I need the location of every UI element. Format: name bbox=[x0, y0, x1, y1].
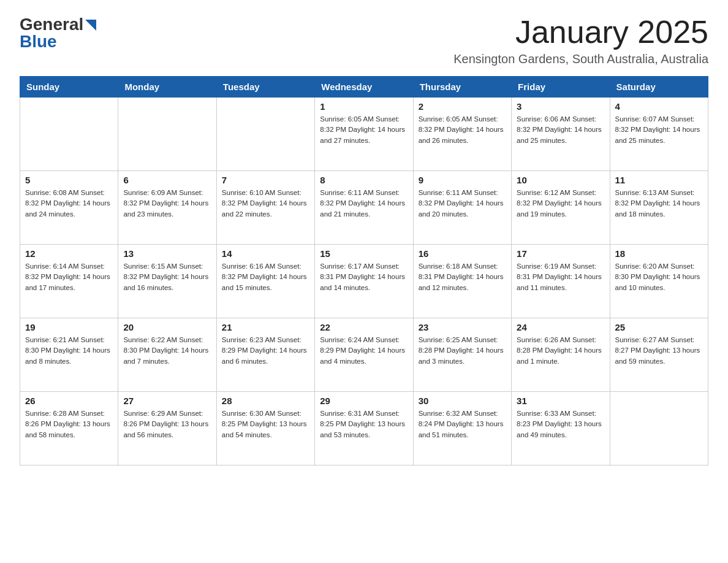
calendar-cell: 30Sunrise: 6:32 AM Sunset: 8:24 PM Dayli… bbox=[413, 392, 511, 465]
calendar-week-row: 19Sunrise: 6:21 AM Sunset: 8:30 PM Dayli… bbox=[20, 318, 708, 392]
header-tuesday: Tuesday bbox=[216, 77, 314, 98]
header-thursday: Thursday bbox=[413, 77, 511, 98]
day-info: Sunrise: 6:07 AM Sunset: 8:32 PM Dayligh… bbox=[615, 114, 703, 146]
calendar-cell: 20Sunrise: 6:22 AM Sunset: 8:30 PM Dayli… bbox=[118, 318, 216, 392]
calendar-cell: 29Sunrise: 6:31 AM Sunset: 8:25 PM Dayli… bbox=[315, 392, 413, 465]
day-number: 30 bbox=[419, 396, 506, 406]
day-info: Sunrise: 6:11 AM Sunset: 8:32 PM Dayligh… bbox=[419, 188, 506, 220]
day-number: 18 bbox=[615, 248, 703, 259]
day-number: 2 bbox=[419, 101, 506, 112]
calendar-cell: 2Sunrise: 6:05 AM Sunset: 8:32 PM Daylig… bbox=[413, 98, 511, 171]
calendar-cell bbox=[118, 98, 216, 171]
day-info: Sunrise: 6:11 AM Sunset: 8:32 PM Dayligh… bbox=[320, 188, 408, 220]
day-info: Sunrise: 6:29 AM Sunset: 8:26 PM Dayligh… bbox=[123, 408, 211, 440]
day-info: Sunrise: 6:14 AM Sunset: 8:32 PM Dayligh… bbox=[25, 261, 113, 293]
day-info: Sunrise: 6:21 AM Sunset: 8:30 PM Dayligh… bbox=[25, 335, 113, 367]
day-info: Sunrise: 6:26 AM Sunset: 8:28 PM Dayligh… bbox=[517, 335, 604, 367]
day-info: Sunrise: 6:24 AM Sunset: 8:29 PM Dayligh… bbox=[320, 335, 408, 367]
calendar-week-row: 26Sunrise: 6:28 AM Sunset: 8:26 PM Dayli… bbox=[20, 392, 708, 465]
day-number: 24 bbox=[517, 322, 604, 332]
calendar-cell bbox=[20, 98, 118, 171]
day-info: Sunrise: 6:12 AM Sunset: 8:32 PM Dayligh… bbox=[517, 188, 604, 220]
day-info: Sunrise: 6:09 AM Sunset: 8:32 PM Dayligh… bbox=[123, 188, 211, 220]
calendar-cell: 22Sunrise: 6:24 AM Sunset: 8:29 PM Dayli… bbox=[315, 318, 413, 392]
header-monday: Monday bbox=[118, 77, 216, 98]
day-number: 1 bbox=[320, 101, 408, 112]
calendar-cell: 10Sunrise: 6:12 AM Sunset: 8:32 PM Dayli… bbox=[512, 171, 610, 245]
day-number: 7 bbox=[222, 175, 309, 185]
calendar-table: Sunday Monday Tuesday Wednesday Thursday… bbox=[20, 76, 708, 465]
calendar-cell: 25Sunrise: 6:27 AM Sunset: 8:27 PM Dayli… bbox=[610, 318, 708, 392]
day-number: 20 bbox=[123, 322, 211, 332]
calendar-cell: 24Sunrise: 6:26 AM Sunset: 8:28 PM Dayli… bbox=[512, 318, 610, 392]
day-number: 8 bbox=[320, 175, 408, 185]
calendar-cell: 17Sunrise: 6:19 AM Sunset: 8:31 PM Dayli… bbox=[512, 245, 610, 318]
day-info: Sunrise: 6:08 AM Sunset: 8:32 PM Dayligh… bbox=[25, 188, 113, 220]
day-number: 9 bbox=[419, 175, 506, 185]
calendar-cell: 5Sunrise: 6:08 AM Sunset: 8:32 PM Daylig… bbox=[20, 171, 118, 245]
calendar-header-row: Sunday Monday Tuesday Wednesday Thursday… bbox=[20, 77, 708, 98]
day-number: 23 bbox=[419, 322, 506, 332]
calendar-cell: 7Sunrise: 6:10 AM Sunset: 8:32 PM Daylig… bbox=[216, 171, 314, 245]
calendar-cell: 26Sunrise: 6:28 AM Sunset: 8:26 PM Dayli… bbox=[20, 392, 118, 465]
calendar-cell: 9Sunrise: 6:11 AM Sunset: 8:32 PM Daylig… bbox=[413, 171, 511, 245]
day-number: 19 bbox=[25, 322, 113, 332]
day-info: Sunrise: 6:27 AM Sunset: 8:27 PM Dayligh… bbox=[615, 335, 703, 367]
calendar-cell bbox=[610, 392, 708, 465]
header-friday: Friday bbox=[512, 77, 610, 98]
header-sunday: Sunday bbox=[20, 77, 118, 98]
day-info: Sunrise: 6:19 AM Sunset: 8:31 PM Dayligh… bbox=[517, 261, 604, 293]
location-subtitle: Kensington Gardens, South Australia, Aus… bbox=[453, 52, 708, 66]
calendar-cell: 27Sunrise: 6:29 AM Sunset: 8:26 PM Dayli… bbox=[118, 392, 216, 465]
calendar-cell: 21Sunrise: 6:23 AM Sunset: 8:29 PM Dayli… bbox=[216, 318, 314, 392]
calendar-cell: 4Sunrise: 6:07 AM Sunset: 8:32 PM Daylig… bbox=[610, 98, 708, 171]
day-info: Sunrise: 6:32 AM Sunset: 8:24 PM Dayligh… bbox=[419, 408, 506, 440]
day-info: Sunrise: 6:16 AM Sunset: 8:32 PM Dayligh… bbox=[222, 261, 309, 293]
day-number: 28 bbox=[222, 396, 309, 406]
day-number: 26 bbox=[25, 396, 113, 406]
day-number: 29 bbox=[320, 396, 408, 406]
page-header: General Blue January 2025 Kensington Gar… bbox=[20, 15, 708, 66]
day-number: 17 bbox=[517, 248, 604, 259]
calendar-cell: 11Sunrise: 6:13 AM Sunset: 8:32 PM Dayli… bbox=[610, 171, 708, 245]
logo: General Blue bbox=[20, 15, 96, 52]
calendar-cell: 28Sunrise: 6:30 AM Sunset: 8:25 PM Dayli… bbox=[216, 392, 314, 465]
day-info: Sunrise: 6:25 AM Sunset: 8:28 PM Dayligh… bbox=[419, 335, 506, 367]
calendar-cell: 6Sunrise: 6:09 AM Sunset: 8:32 PM Daylig… bbox=[118, 171, 216, 245]
day-info: Sunrise: 6:05 AM Sunset: 8:32 PM Dayligh… bbox=[419, 114, 506, 146]
day-number: 4 bbox=[615, 101, 703, 112]
day-info: Sunrise: 6:05 AM Sunset: 8:32 PM Dayligh… bbox=[320, 114, 408, 146]
day-info: Sunrise: 6:17 AM Sunset: 8:31 PM Dayligh… bbox=[320, 261, 408, 293]
day-number: 21 bbox=[222, 322, 309, 332]
day-number: 13 bbox=[123, 248, 211, 259]
day-number: 10 bbox=[517, 175, 604, 185]
day-info: Sunrise: 6:18 AM Sunset: 8:31 PM Dayligh… bbox=[419, 261, 506, 293]
day-info: Sunrise: 6:31 AM Sunset: 8:25 PM Dayligh… bbox=[320, 408, 408, 440]
day-info: Sunrise: 6:22 AM Sunset: 8:30 PM Dayligh… bbox=[123, 335, 211, 367]
day-number: 14 bbox=[222, 248, 309, 259]
header-saturday: Saturday bbox=[610, 77, 708, 98]
calendar-cell: 19Sunrise: 6:21 AM Sunset: 8:30 PM Dayli… bbox=[20, 318, 118, 392]
calendar-cell: 23Sunrise: 6:25 AM Sunset: 8:28 PM Dayli… bbox=[413, 318, 511, 392]
day-info: Sunrise: 6:10 AM Sunset: 8:32 PM Dayligh… bbox=[222, 188, 309, 220]
day-info: Sunrise: 6:33 AM Sunset: 8:23 PM Dayligh… bbox=[517, 408, 604, 440]
day-number: 11 bbox=[615, 175, 703, 185]
logo-blue-text: Blue bbox=[20, 32, 57, 52]
day-info: Sunrise: 6:23 AM Sunset: 8:29 PM Dayligh… bbox=[222, 335, 309, 367]
calendar-week-row: 5Sunrise: 6:08 AM Sunset: 8:32 PM Daylig… bbox=[20, 171, 708, 245]
calendar-week-row: 12Sunrise: 6:14 AM Sunset: 8:32 PM Dayli… bbox=[20, 245, 708, 318]
calendar-cell: 16Sunrise: 6:18 AM Sunset: 8:31 PM Dayli… bbox=[413, 245, 511, 318]
day-number: 22 bbox=[320, 322, 408, 332]
day-number: 6 bbox=[123, 175, 211, 185]
title-section: January 2025 Kensington Gardens, South A… bbox=[453, 15, 708, 66]
day-info: Sunrise: 6:30 AM Sunset: 8:25 PM Dayligh… bbox=[222, 408, 309, 440]
day-info: Sunrise: 6:20 AM Sunset: 8:30 PM Dayligh… bbox=[615, 261, 703, 293]
day-info: Sunrise: 6:15 AM Sunset: 8:32 PM Dayligh… bbox=[123, 261, 211, 293]
calendar-cell: 31Sunrise: 6:33 AM Sunset: 8:23 PM Dayli… bbox=[512, 392, 610, 465]
logo-triangle-icon bbox=[85, 20, 96, 31]
day-number: 12 bbox=[25, 248, 113, 259]
header-wednesday: Wednesday bbox=[315, 77, 413, 98]
month-title: January 2025 bbox=[453, 15, 708, 50]
calendar-cell: 1Sunrise: 6:05 AM Sunset: 8:32 PM Daylig… bbox=[315, 98, 413, 171]
calendar-cell: 12Sunrise: 6:14 AM Sunset: 8:32 PM Dayli… bbox=[20, 245, 118, 318]
